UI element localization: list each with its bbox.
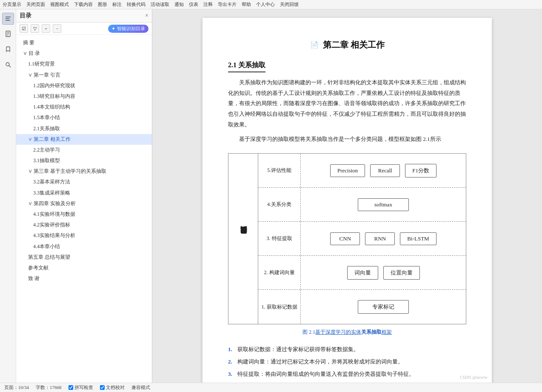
spellcheck-toggle[interactable]: 拼写检查	[68, 384, 93, 391]
toc-check-btn[interactable]: ☑	[20, 24, 28, 33]
row-content-4: softmax	[301, 188, 466, 221]
list-item-3: 3. 特征提取：将由词向量组成的句向量送入有监督的分类器提取句子特征。	[228, 369, 466, 380]
list-text-3: 特征提取：将由词向量组成的句向量送入有监督的分类器提取句子特征。	[237, 369, 466, 380]
svg-rect-5	[7, 34, 9, 34]
diagram-row-2: 2. 构建词向量 词向量 位置向量	[258, 256, 466, 290]
diagram-row-4: 4.关系分类 softmax	[258, 188, 466, 222]
toc-item[interactable]: 第五章 总结与展望	[16, 252, 152, 263]
bookmark-icon-btn[interactable]	[2, 43, 14, 55]
word-count: 字数：17668	[36, 384, 62, 391]
toc-item[interactable]: 3.1抽取模型	[16, 155, 152, 166]
row-content-3: CNN RNN Bi-LSTM	[301, 222, 466, 255]
toolbar-item-dash[interactable]: 仪表	[189, 1, 198, 8]
toc-title: 目录	[20, 12, 31, 20]
toc-item[interactable]: ∨ 第三章 基于主动学习的关系抽取	[16, 166, 152, 177]
list-text-1: 获取标记数据：通过专家标记获得带标签数据集。	[237, 344, 466, 355]
toc-close-btn[interactable]: ×	[145, 12, 148, 19]
chapter-title: 第二章 相关工作	[323, 39, 385, 51]
toc-item[interactable]: 参考文献	[16, 263, 152, 273]
diagram-row-5: 5.评估性能 Precision Recall F1分数	[258, 154, 466, 188]
doc-page: 📄 第二章 相关工作 2.1 关系抽取 关系抽取作为知识图谱构建的一环，针对非结…	[203, 18, 492, 383]
diagram-row-3: 3. 特征提取 CNN RNN Bi-LSTM	[258, 222, 466, 256]
para-1: 关系抽取作为知识图谱构建的一环，针对非结构化的文本提取其中实体关系三元组，组成结…	[228, 77, 466, 130]
row-label-1: 1. 获取标记数据	[258, 290, 301, 324]
toc-item[interactable]: 1.2国内外研究现状	[16, 80, 152, 91]
toc-item[interactable]: 4.4本章小结	[16, 241, 152, 252]
list-item-4: 4. 关系分类：句子特征向量经过线性非线性变化之后，送入softmax 分类，得…	[228, 381, 466, 383]
fig-label: 图	[302, 329, 308, 335]
diagram-row-1: 1. 获取标记数据 专家标记	[258, 290, 466, 324]
box-recall: Recall	[370, 164, 400, 177]
toc-remove-btn[interactable]: −	[53, 24, 61, 33]
toc-panel: 目录 × ☑ ▽ + − ✦ 智能识别目录 摘 要∨ 目 录1.1研究背景∨ 第…	[16, 9, 152, 383]
toc-item[interactable]: 3.2基本采样方法	[16, 177, 152, 187]
toc-item[interactable]: ∨ 第二章 相关工作	[16, 134, 152, 145]
toc-item[interactable]: 2.2主动学习	[16, 145, 152, 155]
box-softmax: softmax	[358, 198, 409, 211]
top-toolbar: 分页显示 关闭页面 视图模式 下载内容 图形 标注 转换代码 活动读取 通知 仪…	[0, 0, 542, 9]
toolbar-item-convert[interactable]: 转换代码	[127, 1, 145, 8]
toolbar-item-view[interactable]: 视图模式	[50, 1, 69, 8]
box-pos-vec: 位置向量	[383, 266, 420, 280]
toolbar-item-pages[interactable]: 分页显示	[3, 1, 21, 8]
box-bilstm: Bi-LSTM	[400, 232, 436, 245]
toolbar-item-download[interactable]: 下载内容	[74, 1, 93, 8]
smart-toc-label: 智能识别目录	[117, 26, 145, 32]
toolbar-item-profile[interactable]: 个人中心	[256, 1, 275, 8]
toolbar-item-active[interactable]: 活动读取	[151, 1, 169, 8]
list-item-2: 2. 构建词向量：通过对已标记文本分词，并将其映射成对应的词向量。	[228, 357, 466, 367]
numbered-list: 1. 获取标记数据：通过专家标记获得带标签数据集。 2. 构建词向量：通过对已标…	[228, 344, 466, 383]
toc-item[interactable]: 4.2实验评价指标	[16, 220, 152, 230]
doccheck-toggle[interactable]: 文档校对	[100, 384, 125, 391]
toc-item[interactable]: ∨ 目 录	[16, 48, 152, 59]
toolbar-item-export[interactable]: 导出卡片	[218, 1, 237, 8]
toc-item[interactable]: 2.1关系抽取	[16, 123, 152, 134]
section-21-heading: 2.1 关系抽取	[228, 61, 265, 72]
search-icon-btn[interactable]	[2, 59, 14, 71]
doc-area[interactable]: 📄 第二章 相关工作 2.1 关系抽取 关系抽取作为知识图谱构建的一环，针对非结…	[152, 9, 542, 383]
toolbar-item-help[interactable]: 帮助	[242, 1, 251, 8]
sidebar-icons	[0, 9, 16, 383]
toc-item[interactable]: 1.4本文组织结构	[16, 102, 152, 112]
svg-line-8	[9, 66, 11, 67]
doccheck-label: 文档校对	[106, 384, 125, 391]
toc-expand-btn[interactable]: ▽	[31, 24, 39, 33]
toolbar-item-annotate[interactable]: 标注	[112, 1, 122, 8]
list-text-2: 构建词向量：通过对已标记文本分词，并将其映射成对应的词向量。	[237, 357, 466, 367]
row-label-5: 5.评估性能	[258, 154, 301, 187]
toc-item[interactable]: ∨ 第四章 实验及分析	[16, 198, 152, 209]
toc-item[interactable]: 1.3研究目标与内容	[16, 91, 152, 102]
toc-item[interactable]: 摘 要	[16, 37, 152, 48]
toc-item[interactable]: 4.3实验结果与分析	[16, 230, 152, 241]
smart-toc-button[interactable]: ✦ 智能识别目录	[108, 25, 148, 33]
toc-item[interactable]: 4.1实验环境与数据	[16, 209, 152, 220]
svg-rect-6	[7, 35, 9, 35]
box-word-vec: 词向量	[347, 266, 378, 280]
toc-item[interactable]: 3.3集成采样策略	[16, 188, 152, 198]
toolbar-item-notify[interactable]: 通知	[174, 1, 184, 8]
toc-item[interactable]: ∨ 第一章 引言	[16, 70, 152, 80]
toc-item[interactable]: 1.5本章小结	[16, 112, 152, 123]
list-num-4: 4.	[228, 381, 235, 383]
row-content-5: Precision Recall F1分数	[301, 154, 466, 187]
toc-add-btn[interactable]: +	[42, 24, 50, 33]
row-label-4: 4.关系分类	[258, 188, 301, 221]
box-f1: F1分数	[405, 164, 436, 177]
doccheck-checkbox[interactable]	[100, 385, 105, 390]
toc-item[interactable]: 致 谢	[16, 273, 152, 284]
toolbar-item-notes[interactable]: 注释	[203, 1, 213, 8]
toolbar-item-feedback[interactable]: 关闭回馈	[280, 1, 299, 8]
compat-mode: 兼容模式	[131, 384, 150, 391]
toolbar-item-close[interactable]: 关闭页面	[26, 1, 45, 8]
spellcheck-label: 拼写检查	[74, 384, 93, 391]
figure-container: 基于深度学习的实体关系抽取框架 5.评估性能 Precision Recall …	[228, 153, 466, 336]
list-num-2: 2.	[228, 357, 235, 367]
spellcheck-checkbox[interactable]	[68, 385, 73, 390]
toc-item[interactable]: 1.1研究背景	[16, 59, 152, 69]
doc-file-icon: 📄	[310, 41, 319, 49]
svg-point-7	[6, 63, 9, 66]
toolbar-item-graph[interactable]: 图形	[98, 1, 107, 8]
toc-icon-btn[interactable]	[2, 13, 14, 25]
toc-content: 摘 要∨ 目 录1.1研究背景∨ 第一章 引言1.2国内外研究现状1.3研究目标…	[16, 35, 152, 383]
pages-icon-btn[interactable]	[2, 28, 14, 40]
